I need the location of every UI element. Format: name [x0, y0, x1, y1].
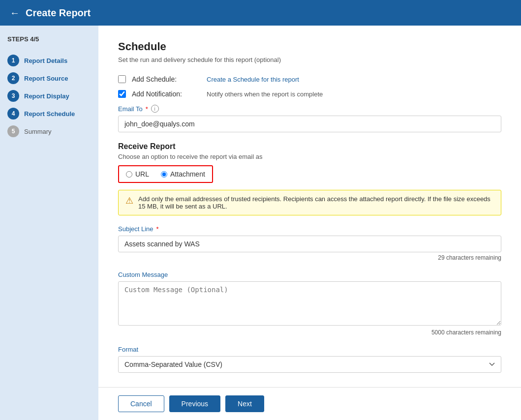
- custom-message-group: Custom Message 5000 characters remaining: [118, 271, 501, 336]
- add-notification-row: Add Notification: Notify others when the…: [118, 90, 501, 98]
- content-area: Schedule Set the run and delivery schedu…: [98, 26, 521, 387]
- steps-label: STEPS 4/5: [7, 35, 91, 43]
- radio-url-option[interactable]: URL: [126, 170, 149, 178]
- sidebar-item-label-3: Report Display: [24, 92, 69, 100]
- format-group: Format Comma-Separated Value (CSV) PDF X…: [118, 346, 501, 373]
- page-title: Schedule: [118, 40, 501, 53]
- sidebar-item-report-display[interactable]: 3 Report Display: [7, 87, 91, 105]
- add-notification-desc: Notify others when the report is complet…: [207, 90, 323, 98]
- sidebar-item-label-4: Report Schedule: [24, 110, 75, 118]
- custom-message-textarea[interactable]: [118, 281, 501, 326]
- sidebar-item-label-5: Summary: [24, 128, 52, 135]
- radio-url-label: URL: [135, 170, 149, 178]
- custom-message-label: Custom Message: [118, 271, 501, 278]
- cancel-button[interactable]: Cancel: [118, 395, 164, 412]
- sidebar-item-summary[interactable]: 5 Summary: [7, 122, 91, 140]
- radio-attachment-option[interactable]: Attachment: [161, 170, 205, 178]
- format-select[interactable]: Comma-Separated Value (CSV) PDF XML: [118, 356, 501, 373]
- receive-report-group: Receive Report Choose an option to recei…: [118, 142, 501, 215]
- add-notification-label[interactable]: Add Notification:: [132, 90, 201, 98]
- warning-box: ⚠ Add only the email addresses of truste…: [118, 190, 501, 215]
- add-schedule-row: Add Schedule: Create a Schedule for this…: [118, 75, 501, 83]
- subject-line-input[interactable]: [118, 236, 501, 252]
- sidebar-item-report-details[interactable]: 1 Report Details: [7, 52, 91, 69]
- email-to-info-icon[interactable]: i: [151, 105, 159, 113]
- sidebar-item-report-schedule[interactable]: 4 Report Schedule: [7, 105, 91, 122]
- step-circle-3: 3: [7, 90, 19, 102]
- radio-group-box: URL Attachment: [118, 165, 213, 183]
- footer: Cancel Previous Next: [98, 387, 521, 420]
- step-circle-4: 4: [7, 108, 19, 120]
- step-circle-5: 5: [7, 125, 19, 137]
- radio-url[interactable]: [126, 171, 132, 178]
- sidebar-item-label-2: Report Source: [24, 75, 68, 82]
- subject-line-char-remaining: 29 characters remaining: [118, 254, 501, 261]
- next-button[interactable]: Next: [225, 395, 264, 412]
- sidebar-item-label-1: Report Details: [24, 57, 67, 64]
- custom-message-char-remaining: 5000 characters remaining: [118, 329, 501, 336]
- page-subtitle: Set the run and delivery schedule for th…: [118, 56, 501, 63]
- previous-button[interactable]: Previous: [169, 395, 220, 412]
- add-schedule-checkbox[interactable]: [118, 75, 126, 83]
- subject-line-label: Subject Line *: [118, 225, 501, 233]
- email-to-input[interactable]: [118, 116, 501, 132]
- email-to-label: Email To * i: [118, 105, 501, 113]
- back-button[interactable]: ←: [10, 7, 20, 19]
- add-schedule-label[interactable]: Add Schedule:: [132, 75, 201, 83]
- radio-attachment-label: Attachment: [170, 170, 205, 178]
- radio-attachment[interactable]: [161, 171, 167, 178]
- step-circle-2: 2: [7, 72, 19, 84]
- add-notification-checkbox[interactable]: [118, 90, 126, 98]
- header-title: Create Report: [26, 7, 91, 19]
- sidebar: STEPS 4/5 1 Report Details 2 Report Sour…: [0, 26, 98, 420]
- header: ← Create Report: [0, 0, 521, 26]
- subject-line-group: Subject Line * 29 characters remaining: [118, 225, 501, 261]
- add-schedule-desc: Create a Schedule for this report: [207, 76, 299, 83]
- step-circle-1: 1: [7, 55, 19, 66]
- receive-report-title: Receive Report: [118, 142, 501, 151]
- warning-text: Add only the email addresses of trusted …: [138, 195, 494, 210]
- receive-report-subtitle: Choose an option to receive the report v…: [118, 153, 501, 160]
- email-to-group: Email To * i: [118, 105, 501, 132]
- warning-icon: ⚠: [125, 195, 133, 206]
- create-schedule-link[interactable]: Create a Schedule for this report: [207, 76, 299, 83]
- format-label: Format: [118, 346, 501, 353]
- sidebar-item-report-source[interactable]: 2 Report Source: [7, 69, 91, 87]
- main-layout: STEPS 4/5 1 Report Details 2 Report Sour…: [0, 26, 521, 420]
